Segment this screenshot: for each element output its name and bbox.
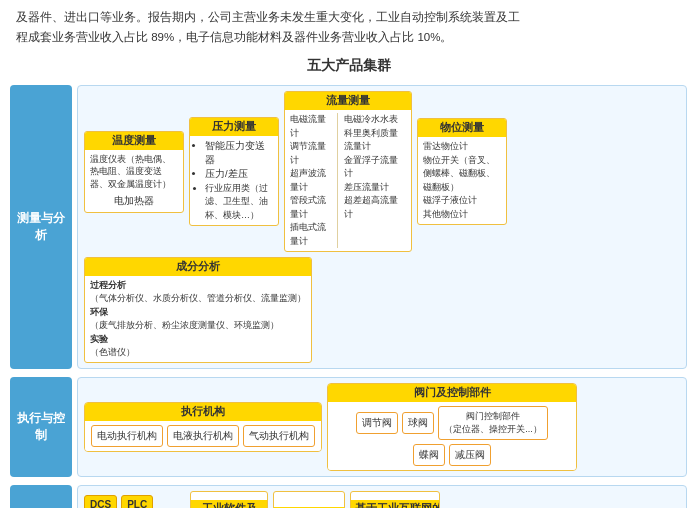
actuator-electric: 电动执行机构 xyxy=(91,425,163,447)
group-header-valve: 阀门及控制部件 xyxy=(328,384,576,402)
row-content-execution: 执行机构 电动执行机构 电液执行机构 气动执行机构 阀门及控制部件 调节阀 球阀… xyxy=(77,377,687,477)
valve-control: 调节阀 xyxy=(356,412,398,434)
diagram-container: 测量与分析 温度测量 温度仪表（热电偶、热电阻、温度变送器、双金属温度计） 电加… xyxy=(0,83,697,508)
cat-iot-solution: 基于工业互联网的解决方案 xyxy=(350,491,440,508)
cat-temperature: 温度测量 温度仪表（热电偶、热电阻、温度变送器、双金属温度计） 电加热器 xyxy=(84,131,184,213)
cat-pressure: 压力测量 智能压力变送器 压力/差压 行业应用类（过滤、卫生型、油杯、模块…） xyxy=(189,117,279,226)
cat-body-flow: 电磁流量计 调节流量计 超声波流量计 管段式流量计 插电式流量计 电磁冷水水表 … xyxy=(285,110,411,251)
actuator-pneumatic: 气动执行机构 xyxy=(243,425,315,447)
valve-butterfly: 蝶阀 xyxy=(413,444,445,466)
plc-box: PLC xyxy=(121,495,153,508)
cat-level: 物位测量 雷达物位计 物位开关（音叉、侧螺棒、磁翻板、磁翻板） 磁浮子液位计 其… xyxy=(417,118,507,225)
top-paragraph: 及器件、进出口等业务。报告期内，公司主营业务未发生重大变化，工业自动控制系统装置… xyxy=(0,0,697,51)
group-header-actuator: 执行机构 xyxy=(85,403,321,421)
group-actuator: 执行机构 电动执行机构 电液执行机构 气动执行机构 xyxy=(84,402,322,452)
cat-body-temperature: 温度仪表（热电偶、热电阻、温度变送器、双金属温度计） 电加热器 xyxy=(85,150,183,212)
cat-analysis: 成分分析 过程分析（气体分析仪、水质分析仪、管道分析仪、流量监测） 环保（废气排… xyxy=(84,257,312,363)
cat-body-analysis: 过程分析（气体分析仪、水质分析仪、管道分析仪、流量监测） 环保（废气排放分析、粉… xyxy=(85,276,311,362)
row-label-control: 控制系统 xyxy=(10,485,72,508)
dcs-box: DCS xyxy=(84,495,117,508)
page-title: 五大产品集群 xyxy=(0,51,697,83)
row-measurement: 测量与分析 温度测量 温度仪表（热电偶、热电阻、温度变送器、双金属温度计） 电加… xyxy=(10,85,687,369)
valve-ball: 球阀 xyxy=(402,412,434,434)
valve-control-part: 阀门控制部件（定位器、操控开关...） xyxy=(438,406,548,440)
row-label-execution: 执行与控制 xyxy=(10,377,72,477)
row-label-measurement: 测量与分析 xyxy=(10,85,72,369)
group-body-actuator: 电动执行机构 电液执行机构 气动执行机构 xyxy=(85,421,321,451)
dcs-plc-group: DCS PLC PAS300 SCS100 xyxy=(84,495,185,508)
cat-header-pressure: 压力测量 xyxy=(190,118,278,136)
actuator-electrohydraulic: 电液执行机构 xyxy=(167,425,239,447)
cat-header-level: 物位测量 xyxy=(418,119,506,137)
valve-pressure-reduce: 减压阀 xyxy=(449,444,491,466)
cat-header-iot-solution: 基于工业互联网的解决方案 xyxy=(351,500,439,508)
cat-header-temperature: 温度测量 xyxy=(85,132,183,150)
cat-body-pressure: 智能压力变送器 压力/差压 行业应用类（过滤、卫生型、油杯、模块…） xyxy=(190,136,278,225)
row-content-measurement: 温度测量 温度仪表（热电偶、热电阻、温度变送器、双金属温度计） 电加热器 压力测… xyxy=(77,85,687,369)
row-content-control: DCS PLC PAS300 SCS100 工业软件及解决方案 工业软件 基 xyxy=(77,485,687,508)
row-execution: 执行与控制 执行机构 电动执行机构 电液执行机构 气动执行机构 阀门及控制部件 … xyxy=(10,377,687,477)
group-valve: 阀门及控制部件 调节阀 球阀 阀门控制部件（定位器、操控开关...） 蝶阀 减压… xyxy=(327,383,577,471)
group-body-valve: 调节阀 球阀 阀门控制部件（定位器、操控开关...） 蝶阀 减压阀 xyxy=(328,402,576,470)
cat-header-flow: 流量测量 xyxy=(285,92,411,110)
cat-software: 工业软件 xyxy=(273,491,345,508)
row-control: 控制系统 DCS PLC PAS300 SCS100 工业软件及解决方案 xyxy=(10,485,687,508)
cat-industrial-software: 工业软件及解决方案 xyxy=(190,491,268,508)
cat-header-industrial-software: 工业软件及解决方案 xyxy=(191,500,267,508)
cat-flow: 流量测量 电磁流量计 调节流量计 超声波流量计 管段式流量计 插电式流量计 电磁… xyxy=(284,91,412,252)
cat-header-analysis: 成分分析 xyxy=(85,258,311,276)
cat-body-level: 雷达物位计 物位开关（音叉、侧螺棒、磁翻板、磁翻板） 磁浮子液位计 其他物位计 xyxy=(418,137,506,224)
